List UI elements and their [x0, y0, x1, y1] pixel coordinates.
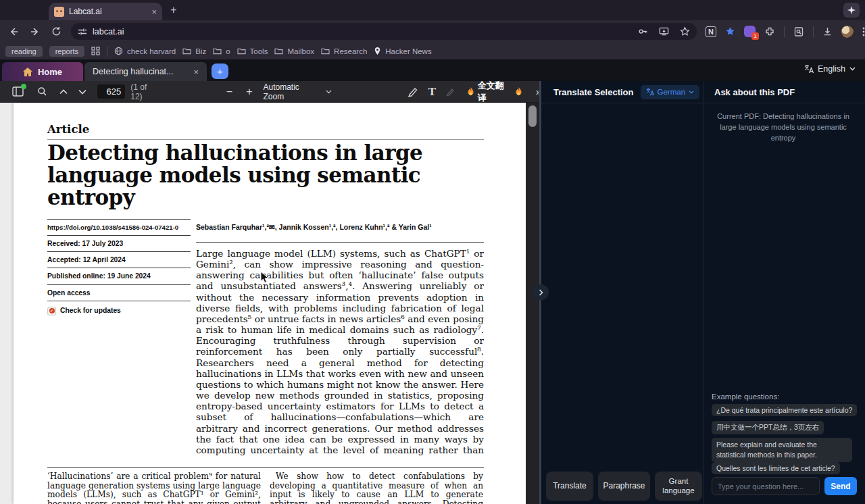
paraphrase-button[interactable]: Paraphrase	[598, 472, 650, 501]
sidebar-header: Translate Selection German Ask about thi…	[541, 81, 865, 103]
sidebar-toggle-icon[interactable]	[12, 86, 24, 97]
site-settings-icon[interactable]	[78, 27, 87, 36]
tab-document[interactable]: Detecting hallucinat... ×	[84, 62, 207, 81]
downloads-icon[interactable]	[822, 26, 833, 36]
translate-icon	[804, 64, 814, 74]
translate-button[interactable]: Translate	[546, 472, 593, 501]
assistant-sidebar: Translate Selection German Ask about thi…	[541, 81, 865, 504]
sparkle-icon[interactable]	[843, 3, 860, 18]
ui-language-selector[interactable]: English	[804, 64, 856, 74]
bookmark-folder-o[interactable]: o	[213, 47, 230, 55]
bookmark-folder-research[interactable]: Research	[321, 47, 367, 55]
paper-title: Detecting hallucinations in large langua…	[47, 142, 477, 209]
bookmark-hacker-news[interactable]: Hacker News	[374, 47, 431, 55]
paper-authors: Sebastian Farquhar¹,²✉, Jannik Kossen¹,²…	[196, 223, 487, 231]
home-icon	[23, 68, 32, 76]
highlighter-icon[interactable]	[407, 86, 418, 97]
page-up-icon[interactable]	[59, 89, 68, 95]
bookmark-folder-mailbox[interactable]: Mailbox	[274, 47, 314, 55]
example-question[interactable]: Please explain and evaluate the statisti…	[712, 438, 852, 462]
paper-doi: https://doi.org/10.1038/s41586-024-07421…	[47, 220, 191, 236]
globe-icon	[114, 47, 123, 55]
tab-close-icon[interactable]: ×	[193, 68, 199, 76]
grant-language-button[interactable]: Grant language	[655, 472, 702, 501]
toolbar-separator	[813, 26, 814, 37]
url-text[interactable]: labcat.ai	[93, 27, 633, 36]
divider	[47, 139, 484, 140]
fire-icon	[515, 87, 522, 96]
page-number-input[interactable]: 625	[97, 84, 125, 99]
folder-icon	[237, 47, 246, 55]
zoom-mode-select[interactable]: Automatic Zoom	[263, 82, 320, 101]
browser-new-tab-button[interactable]: +	[170, 4, 176, 16]
bookmark-star-icon[interactable]	[680, 26, 690, 36]
example-question[interactable]: 用中文做一个PPT总结，3页左右	[712, 421, 824, 434]
url-bar[interactable]: labcat.ai	[71, 23, 697, 40]
profile-avatar[interactable]	[841, 26, 854, 38]
bookmark-folder-tools[interactable]: Tools	[237, 47, 268, 55]
tab-close-icon[interactable]: ×	[151, 7, 157, 16]
check-updates-badge[interactable]: ✓ Check for updates	[47, 301, 191, 319]
meta-accepted: Accepted: 12 April 2024	[47, 252, 191, 268]
fire-icon	[467, 87, 474, 96]
pdf-page: Article Detecting hallucinations in larg…	[14, 103, 526, 504]
install-app-icon[interactable]	[659, 26, 669, 36]
browser-toolbar: labcat.ai N 1	[0, 20, 865, 43]
zoom-in-icon[interactable]: +	[246, 86, 252, 98]
status-dot	[21, 84, 26, 89]
tab-group-reading[interactable]: reading	[5, 46, 43, 57]
page-search-icon[interactable]	[793, 26, 804, 37]
article-kicker: Article	[47, 123, 89, 136]
example-questions-label: Example questions:	[712, 393, 779, 401]
apps-grid-icon[interactable]	[91, 47, 100, 55]
question-input[interactable]	[712, 477, 820, 495]
site-favicon-icon	[54, 7, 64, 17]
browser-tab-strip: Labcat.ai × +	[0, 0, 865, 20]
panel-divider	[703, 103, 703, 504]
pin-icon	[374, 47, 381, 55]
bookmarks-bar: reading reports check harvard Biz o Tool…	[0, 43, 865, 59]
send-button[interactable]: Send	[824, 477, 857, 495]
divider	[47, 467, 484, 468]
toolbar-separator	[784, 26, 785, 37]
paper-metadata: https://doi.org/10.1038/s41586-024-07421…	[47, 219, 191, 319]
browser-menu-icon[interactable]	[862, 26, 865, 37]
example-question[interactable]: Quelles sont les limites de cet article?	[712, 462, 840, 474]
text-tool-icon[interactable]: T	[428, 86, 436, 98]
example-question[interactable]: ¿De qué trata principalmente este artícu…	[712, 404, 857, 416]
target-language-select[interactable]: German	[641, 85, 700, 99]
bookmark-folder-biz[interactable]: Biz	[182, 47, 206, 55]
translate-full-text-button[interactable]: 全文翻译	[467, 80, 522, 104]
folder-icon	[213, 47, 222, 55]
blue-extension-icon[interactable]	[725, 26, 735, 36]
zoom-out-icon[interactable]: −	[226, 86, 232, 98]
bookmark-check-harvard[interactable]: check harvard	[114, 47, 176, 55]
app-tab-bar: Home Detecting hallucinat... × +	[0, 59, 865, 81]
draw-tool-icon[interactable]	[446, 87, 455, 96]
app-new-tab-button[interactable]: +	[212, 64, 228, 79]
browser-tab-title: Labcat.ai	[69, 7, 147, 16]
password-key-icon[interactable]	[638, 26, 648, 36]
current-pdf-label: Current PDF: Detecting hallucinations in…	[712, 111, 855, 144]
bookmarks-separator	[107, 46, 107, 57]
extension-badge: 1	[751, 32, 759, 40]
notion-extension-icon[interactable]: N	[706, 26, 716, 37]
tab-group-reports[interactable]: reports	[49, 46, 84, 57]
pdf-scrollbar[interactable]	[526, 103, 539, 504]
forward-icon[interactable]	[30, 26, 41, 37]
chevron-down-icon	[849, 67, 856, 71]
browser-tab[interactable]: Labcat.ai ×	[49, 3, 162, 20]
reload-icon[interactable]	[51, 26, 61, 37]
scrollbar-thumb[interactable]	[528, 105, 537, 127]
body-column-right: We show how to detect confabulations by …	[270, 472, 483, 504]
sidebar-collapse-button[interactable]	[533, 284, 549, 300]
meta-received: Received: 17 July 2023	[47, 236, 191, 252]
purple-extension-icon[interactable]: 1	[744, 26, 756, 37]
find-icon[interactable]	[37, 86, 47, 97]
back-icon[interactable]	[8, 26, 19, 37]
pdf-viewer[interactable]: Article Detecting hallucinations in larg…	[0, 103, 526, 504]
puzzle-extensions-icon[interactable]	[764, 26, 775, 37]
tab-home[interactable]: Home	[2, 62, 83, 81]
meta-published: Published online: 19 June 2024	[47, 268, 191, 284]
page-down-icon[interactable]	[78, 89, 86, 95]
